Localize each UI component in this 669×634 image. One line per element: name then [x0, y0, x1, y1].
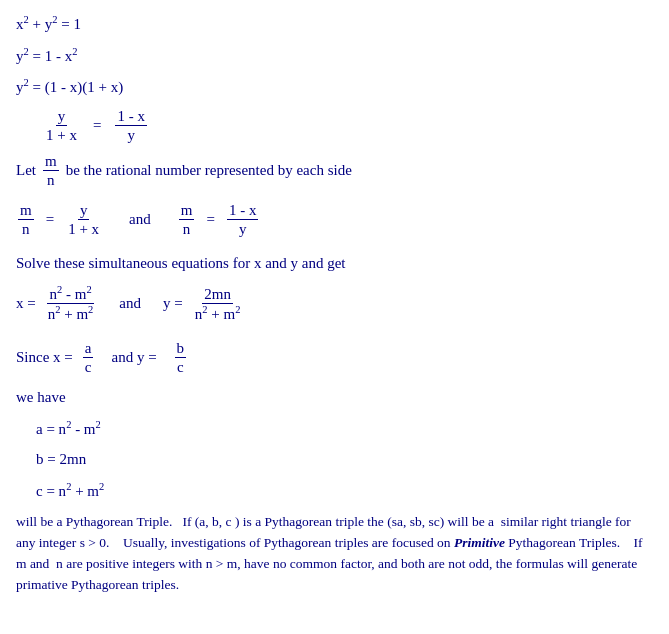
equation-1: x2 + y2 = 1	[16, 12, 653, 36]
fraction-m-over-n-let: m n	[43, 152, 59, 189]
fraction-a-over-c: a c	[83, 339, 94, 376]
equation-3: y2 = (1 - x)(1 + x)	[16, 75, 653, 99]
fraction-x-solution: n2 - m2 n2 + m2	[46, 284, 96, 323]
and-text-2: and	[119, 295, 141, 312]
and-text-1: and	[129, 211, 151, 228]
x-equals: x =	[16, 295, 36, 312]
fraction-y-solution: 2mn n2 + m2	[193, 285, 243, 323]
bottom-paragraph: will be a Pythagorean Triple. If (a, b, …	[16, 512, 653, 596]
fraction-1mx-y: 1 - x y	[227, 201, 259, 238]
abc-equations: a = n2 - m2 b = 2mn c = n2 + m2	[16, 417, 653, 503]
b-equation: b = 2mn	[36, 448, 653, 471]
fraction-b-over-c: b c	[175, 339, 187, 376]
let-text: Let	[16, 159, 36, 182]
solve-text: Solve these simultaneous equations for x…	[16, 252, 653, 275]
fraction-y-over-1px: y 1 + x	[44, 107, 79, 144]
fraction-mn-left: m n	[18, 201, 34, 238]
fraction-pair-row: m n = y 1 + x and m n = 1 - x y	[16, 201, 653, 238]
y-equals: y =	[163, 295, 183, 312]
we-have-text: we have	[16, 386, 653, 409]
fraction-equation-1: y 1 + x = 1 - x y	[16, 107, 653, 144]
let-statement: Let m n be the rational number represent…	[16, 152, 653, 189]
c-equation: c = n2 + m2	[36, 479, 653, 503]
equation-2: y2 = 1 - x2	[16, 44, 653, 68]
solution-row: x = n2 - m2 n2 + m2 and y = 2mn n2 + m2	[16, 284, 653, 323]
fraction-y-1px: y 1 + x	[66, 201, 101, 238]
a-equation: a = n2 - m2	[36, 417, 653, 441]
since-and: and y =	[111, 349, 156, 366]
fraction-mn-right: m n	[179, 201, 195, 238]
let-suffix: be the rational number represented by ea…	[66, 159, 352, 182]
fraction-1mx-over-y: 1 - x y	[115, 107, 147, 144]
since-text: Since x =	[16, 349, 73, 366]
since-row: Since x = a c and y = b c	[16, 339, 653, 376]
